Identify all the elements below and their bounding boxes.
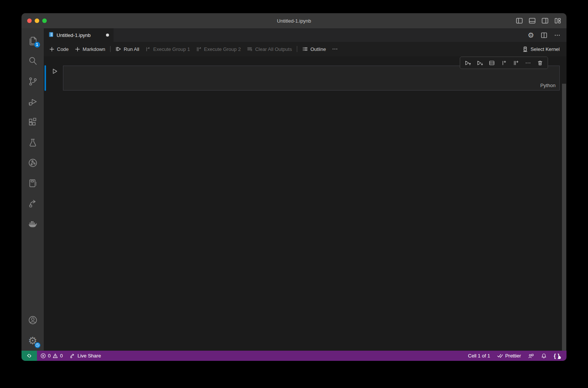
docker-whale-icon: [28, 219, 38, 229]
beaker-icon: [28, 137, 38, 148]
bell-icon: [541, 353, 547, 359]
braces-status-button[interactable]: { }: [550, 351, 563, 361]
run-all-button[interactable]: Run All: [112, 44, 142, 54]
tab-bar: Untitled-1.ipynb ⚙: [44, 28, 567, 42]
select-kernel-label: Select Kernel: [531, 46, 560, 52]
add-code-cell-button[interactable]: Code: [46, 44, 72, 54]
execute-group-1-icon: [145, 46, 151, 52]
live-share-label: Live Share: [77, 353, 101, 359]
live-share-contacts-button[interactable]: [524, 351, 537, 361]
tab-label: Untitled-1.ipynb: [57, 32, 91, 38]
accounts-button[interactable]: [24, 310, 42, 330]
notebook-settings-gear-icon[interactable]: ⚙: [528, 32, 534, 39]
execute-above-cells-button[interactable]: [462, 58, 473, 68]
vscode-window: Untitled-1.ipynb 1: [21, 13, 567, 361]
select-kernel-button[interactable]: Select Kernel: [522, 46, 567, 52]
sidebar-item-git-history[interactable]: [24, 153, 42, 173]
live-share-status-button[interactable]: Live Share: [66, 351, 104, 361]
git-history-icon: [28, 158, 38, 168]
toggle-panel-icon[interactable]: [529, 17, 536, 24]
manage-settings-button[interactable]: ⚙: [24, 330, 42, 351]
execute-group-1-button[interactable]: Execute Group 1: [142, 44, 193, 54]
notebook-file-icon: [48, 32, 54, 38]
status-bar: 0 0 Live Share Cell 1 of 1 Prettier: [21, 351, 567, 361]
extensions-icon: [28, 117, 38, 127]
sidebar-item-source-control[interactable]: [24, 71, 42, 92]
remote-icon: [26, 353, 32, 359]
list-icon: [302, 46, 308, 52]
add-markdown-cell-button[interactable]: Markdown: [72, 44, 108, 54]
cell-language-picker[interactable]: Python: [540, 83, 556, 88]
clear-all-outputs-button[interactable]: Clear All Outputs: [244, 44, 295, 54]
insert-cell-left-button[interactable]: [499, 58, 509, 68]
customize-layout-icon[interactable]: [554, 17, 561, 24]
person-screen-icon: [528, 353, 534, 359]
sidebar-item-notebook[interactable]: [24, 173, 42, 193]
notebook-toolbar: Code Markdown Run All Execute Group 1 Ex…: [44, 42, 567, 56]
editor-scrollbar[interactable]: [562, 84, 566, 361]
code-cell-editor[interactable]: Python: [63, 66, 560, 90]
notifications-button[interactable]: [537, 351, 550, 361]
execute-group-1-label: Execute Group 1: [153, 46, 190, 52]
split-cell-button[interactable]: [487, 58, 497, 68]
sidebar-item-live-share[interactable]: [24, 193, 42, 214]
sidebar-item-run-debug[interactable]: [24, 92, 42, 112]
cell-more-actions-button[interactable]: [523, 58, 533, 68]
execute-group-2-icon: [196, 46, 202, 52]
tab-untitled-1-ipynb[interactable]: Untitled-1.ipynb: [44, 28, 114, 42]
plus-icon: [49, 46, 55, 52]
toolbar-separator: [110, 46, 111, 52]
plus-icon: [75, 46, 80, 52]
more-actions-icon: [332, 46, 338, 52]
add-code-label: Code: [57, 46, 69, 52]
error-count: 0: [48, 353, 51, 359]
notebook-body: Python: [44, 56, 567, 351]
cell-focus-indicator[interactable]: [45, 65, 46, 91]
notebook-icon: [28, 178, 38, 189]
toggle-secondary-sidebar-icon[interactable]: [542, 17, 548, 24]
outline-button[interactable]: Outline: [299, 44, 329, 54]
warning-count: 0: [60, 353, 63, 359]
braces-icon: { }: [554, 353, 560, 359]
run-debug-icon: [28, 97, 38, 107]
error-icon: [40, 353, 46, 359]
execute-group-2-label: Execute Group 2: [204, 46, 241, 52]
insert-cell-right-button[interactable]: [511, 58, 521, 68]
sidebar-item-extensions[interactable]: [24, 112, 42, 132]
delete-cell-button[interactable]: [535, 58, 545, 68]
toolbar-more-actions-button[interactable]: [329, 44, 341, 54]
split-editor-icon[interactable]: [541, 32, 547, 38]
toggle-primary-sidebar-icon[interactable]: [516, 17, 523, 24]
source-control-icon: [28, 76, 38, 87]
unsaved-changes-dot[interactable]: [106, 34, 109, 37]
sidebar-item-docker[interactable]: [24, 214, 42, 234]
search-icon: [28, 56, 38, 66]
more-actions-icon[interactable]: [554, 32, 560, 38]
run-cell-button[interactable]: [51, 68, 58, 75]
layout-controls: [516, 13, 561, 28]
explorer-badge: 1: [34, 41, 40, 48]
status-bar-right: Cell 1 of 1 Prettier { }: [465, 351, 567, 361]
problems-indicator[interactable]: 0 0: [37, 351, 66, 361]
kernel-server-icon: [522, 46, 528, 52]
clear-outputs-icon: [247, 46, 253, 52]
add-markdown-label: Markdown: [83, 46, 105, 52]
sidebar-item-testing[interactable]: [24, 132, 42, 153]
live-share-icon: [28, 198, 38, 209]
title-bar: Untitled-1.ipynb: [21, 13, 567, 28]
cell-indicator[interactable]: Cell 1 of 1: [465, 351, 494, 361]
double-check-icon: [497, 353, 503, 359]
sidebar-item-explorer[interactable]: 1: [24, 31, 42, 51]
editor-area: Untitled-1.ipynb ⚙ Code Markdown: [44, 28, 567, 351]
execute-cell-and-below-button[interactable]: [474, 58, 485, 68]
settings-sync-clock-badge: [34, 342, 41, 348]
execute-group-2-button[interactable]: Execute Group 2: [193, 44, 244, 54]
run-all-label: Run All: [124, 46, 139, 52]
remote-indicator[interactable]: [21, 351, 37, 361]
activity-bar: 1: [21, 28, 44, 351]
warning-icon: [52, 353, 58, 359]
live-share-icon: [69, 353, 75, 359]
sidebar-item-search[interactable]: [24, 51, 42, 71]
prettier-status-button[interactable]: Prettier: [493, 351, 524, 361]
cell-indicator-label: Cell 1 of 1: [468, 353, 490, 359]
